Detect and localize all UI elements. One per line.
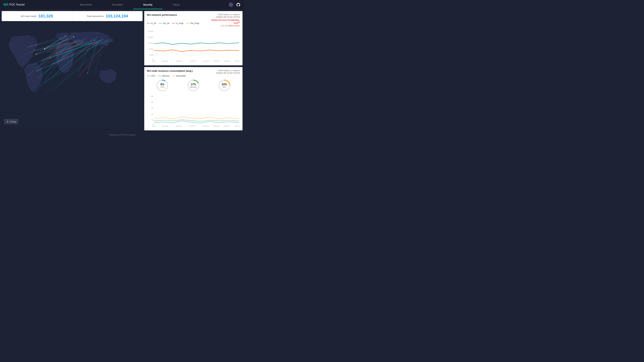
cpu-gauge-label: 8% CPU xyxy=(160,83,164,88)
resource-chart-meta: 1,000 nodes in 1 swarms sample rate 20 p… xyxy=(216,69,240,74)
legend-out-all-line xyxy=(159,23,162,23)
chain-height-value: 181,329 xyxy=(38,14,53,18)
legend-out-forge-line xyxy=(186,23,190,23)
resource-consumption-card: W3 node resource consumption (avg.) 1,00… xyxy=(144,67,242,130)
legend-memory: Memory xyxy=(158,75,170,77)
resource-chart-header: W3 node resource consumption (avg.) 1,00… xyxy=(147,69,240,74)
svg-text:15:37: 15:37 xyxy=(152,125,156,127)
svg-text:25,000: 25,000 xyxy=(148,30,153,32)
cpu-gauge: 8% CPU xyxy=(156,79,169,92)
nav: Benchmark Simulation Security Libp2p xyxy=(31,0,228,9)
cpu-name: CPU xyxy=(160,86,164,88)
svg-point-56 xyxy=(87,73,88,73)
attack-prob-text: Attack Success Probability: 1/10 xyxy=(211,19,240,24)
svg-line-28 xyxy=(88,40,98,73)
right-panel: W3 network performance 1,000 nodes in 1 … xyxy=(144,11,242,130)
network-chart-header: W3 network performance 1,000 nodes in 1 … xyxy=(147,13,240,18)
total-tx-stat: Total transactions 103,124,194 xyxy=(72,11,143,21)
memory-gauge: 17% Memory xyxy=(187,79,200,92)
legend-out-all-label: Out_all xyxy=(163,22,169,24)
svg-text:15:37:15: 15:37:15 xyxy=(190,60,196,62)
legend-bandwidth: Bandwidth xyxy=(172,75,186,77)
svg-text:15:37:25: 15:37:25 xyxy=(214,125,220,127)
network-meta2: sample rate 20 per second xyxy=(216,16,240,18)
cpu-pct: 8% xyxy=(160,83,164,86)
svg-text:15:37:30: 15:37:30 xyxy=(224,60,230,62)
attack-prob: Attack Success Probability: 1/1015 xyxy=(204,19,240,24)
legend-in-all: In_all xyxy=(147,22,156,24)
footer-text: Powered by IPFS and Libp2p xyxy=(109,134,135,136)
footer: Powered by IPFS and Libp2p xyxy=(0,132,244,138)
svg-text:10,000: 10,000 xyxy=(148,48,153,50)
svg-point-53 xyxy=(74,36,74,37)
nav-benchmark[interactable]: Benchmark xyxy=(70,0,102,9)
left-panel: W3 chain height 181,329 Total transactio… xyxy=(2,11,142,130)
legend-bandwidth-label: Bandwidth xyxy=(176,75,186,77)
resource-chart-legend: CPU Memory Bandwidth xyxy=(147,75,240,77)
legend-out-forge-label: Out_forge xyxy=(190,22,199,24)
svg-text:15:37:35: 15:37:35 xyxy=(235,125,240,127)
stats-bar: W3 chain height 181,329 Total transactio… xyxy=(2,11,142,21)
svg-text:15:37:15: 15:37:15 xyxy=(190,125,196,127)
w3-icon[interactable] xyxy=(228,2,234,7)
svg-line-19 xyxy=(36,40,108,71)
svg-text:15:37:30: 15:37:30 xyxy=(224,125,230,127)
logo-w3: W3 xyxy=(3,3,8,6)
legend-in-all-line xyxy=(147,23,150,23)
resource-meta1: 1,000 nodes in 1 swarms xyxy=(216,69,240,72)
world-map: ⚙ Config xyxy=(2,23,142,127)
memory-pct: 17% xyxy=(190,83,197,86)
svg-text:20: 20 xyxy=(152,119,153,121)
svg-text:15:37:10: 15:37:10 xyxy=(176,125,182,127)
bw-pct: 24% xyxy=(222,83,227,86)
legend-cpu: CPU xyxy=(147,75,155,77)
network-meta1: 1,000 nodes in 1 swarms xyxy=(216,13,240,16)
resource-svg: 100 80 60 40 20 0 15: xyxy=(147,94,240,127)
svg-text:20,000: 20,000 xyxy=(148,36,153,38)
gear-icon: ⚙ xyxy=(6,120,8,123)
svg-text:15:37:25: 15:37:25 xyxy=(214,60,220,62)
memory-name: Memory xyxy=(190,86,197,88)
svg-point-57 xyxy=(29,74,30,75)
network-performance-svg: 25,000 20,000 15,000 10,000 5,000 0 xyxy=(147,29,240,62)
legend-bandwidth-line xyxy=(172,76,176,76)
resource-meta2: sample rate 20 per second xyxy=(216,72,240,74)
svg-text:100: 100 xyxy=(150,95,153,97)
svg-text:0: 0 xyxy=(152,123,153,125)
legend-out-all: Out_all xyxy=(159,22,169,24)
network-performance-card: W3 network performance 1,000 nodes in 1 … xyxy=(144,11,242,65)
svg-text:15:37:05: 15:37:05 xyxy=(162,125,168,127)
total-tx-value: 103,124,194 xyxy=(106,14,128,18)
cpu-gauge-circle: 8% CPU xyxy=(156,79,169,92)
legend-in-forge: In_forge xyxy=(172,22,184,24)
network-chart-meta: 1,000 nodes in 1 swarms sample rate 20 p… xyxy=(216,13,240,18)
gauges-row: 8% CPU 17% Memory xyxy=(147,79,240,92)
svg-point-54 xyxy=(94,40,95,41)
svg-text:15:37:20: 15:37:20 xyxy=(203,60,209,62)
legend-memory-line xyxy=(158,76,161,76)
svg-text:15,000: 15,000 xyxy=(148,42,153,44)
total-tx-label: Total transactions xyxy=(87,15,104,17)
header: W3 POC Testnet Benchmark Simulation Secu… xyxy=(0,0,244,9)
nav-security[interactable]: Security xyxy=(133,0,162,9)
memory-gauge-circle: 17% Memory xyxy=(187,79,200,92)
config-button[interactable]: ⚙ Config xyxy=(4,119,18,124)
nav-simulation[interactable]: Simulation xyxy=(102,0,133,9)
github-icon[interactable] xyxy=(236,2,241,7)
svg-point-55 xyxy=(65,36,66,36)
logo-title: POC Testnet xyxy=(10,3,24,6)
chain-height-stat: W3 chain height 181,329 xyxy=(2,11,72,21)
legend-cpu-label: CPU xyxy=(151,75,155,77)
attack-info: Attack Success Probability: 1/1015 1 in … xyxy=(204,19,240,27)
map-svg xyxy=(2,23,142,127)
svg-point-52 xyxy=(50,57,50,58)
network-chart-legend: In_all Out_all In_forge Out_forge xyxy=(147,19,240,28)
attack-prob-exp: 15 xyxy=(238,21,240,23)
nav-libp2p[interactable]: Libp2p xyxy=(162,0,190,9)
legend-out-forge: Out_forge xyxy=(186,22,199,24)
svg-text:15:37:20: 15:37:20 xyxy=(203,125,209,127)
bw-name: BW xyxy=(222,86,227,88)
svg-text:40: 40 xyxy=(152,113,153,115)
svg-text:0: 0 xyxy=(152,58,153,60)
header-icons xyxy=(228,2,241,7)
